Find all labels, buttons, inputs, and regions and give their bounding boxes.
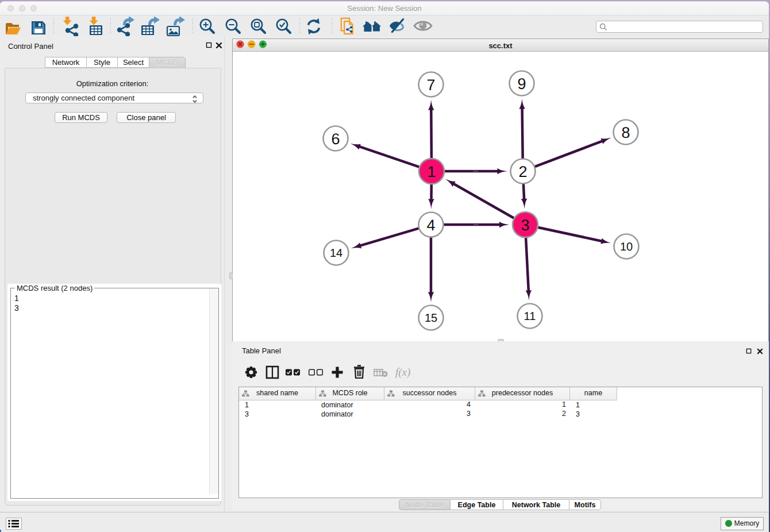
- svg-text:10: 10: [620, 241, 633, 253]
- svg-text:14: 14: [330, 247, 342, 260]
- svg-text:3: 3: [521, 217, 529, 234]
- svg-text:2: 2: [518, 163, 527, 180]
- svg-text:11: 11: [524, 310, 536, 323]
- svg-text:6: 6: [331, 130, 340, 148]
- svg-text:8: 8: [621, 124, 630, 141]
- svg-text:9: 9: [517, 75, 526, 92]
- svg-text:15: 15: [425, 312, 437, 325]
- svg-text:1: 1: [427, 163, 436, 180]
- svg-text:4: 4: [426, 217, 435, 234]
- svg-text:7: 7: [426, 76, 435, 94]
